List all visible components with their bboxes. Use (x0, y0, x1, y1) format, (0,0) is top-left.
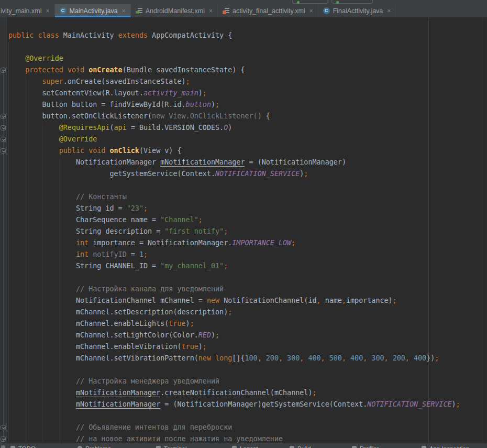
close-tab-icon[interactable]: × (387, 7, 391, 15)
editor-gutter[interactable] (0, 17, 7, 443)
tab-androidmanifest-xml[interactable]: MFAndroidManifest.xml× (131, 4, 218, 17)
code-line: public class MainActivity extends AppCom… (0, 30, 487, 41)
code-line: NotificationChannel mChannel = new Notif… (0, 295, 487, 307)
tab-finalacttivity-java[interactable]: CFinalActtivity.java× (318, 4, 396, 17)
code-line: mChannel.enableVibration(true); (0, 341, 487, 353)
code-line: // Константы (0, 191, 487, 203)
close-tab-icon[interactable]: × (46, 7, 50, 15)
device-status-dot (297, 1, 300, 4)
manifest-icon: MF (136, 7, 142, 14)
code-line: protected void onCreate(Bundle savedInst… (0, 64, 487, 76)
problems-icon (78, 446, 82, 448)
code-line: // на новое активити после нажатия на ув… (0, 433, 487, 443)
code-line: button.setOnClickListener(new View.OnCli… (0, 111, 487, 122)
tab-label: MainActivity.java (70, 7, 118, 15)
code-line: int importance = NotificationManager.IMP… (0, 237, 487, 249)
tool-window-label: Profiler (360, 445, 379, 448)
code-line: @Override (0, 134, 487, 145)
tool-window-label: Build (297, 445, 311, 448)
code-text[interactable]: public class MainActivity extends AppCom… (0, 30, 487, 443)
fold-toggle-icon[interactable] (1, 125, 6, 130)
tool-window-label: TODO (18, 445, 36, 448)
fold-toggle-icon[interactable] (1, 148, 6, 154)
tool-window-label: App Inspection (429, 445, 469, 448)
profiler-icon (352, 446, 357, 448)
code-line (0, 364, 487, 376)
tool-window-button-logcat[interactable]: Logcat (232, 445, 258, 448)
tab-mainactivity-java[interactable]: CMainActivity.java× (55, 4, 131, 17)
run-configuration-selector[interactable] (292, 0, 328, 4)
code-line: getSystemService(Context.NOTIFICATION_SE… (0, 168, 487, 180)
code-line (0, 410, 487, 422)
code-line: setContentView(R.layout.activity_main); (0, 88, 487, 99)
code-line: mChannel.enableLights(true); (0, 318, 487, 330)
code-line: // Настройка менеджера уведомлений (0, 376, 487, 387)
layout-xml-icon (223, 7, 229, 14)
code-line (0, 272, 487, 283)
code-line: Button button = findViewById(R.id.button… (0, 99, 487, 111)
tab-label: FinalActtivity.java (333, 7, 383, 15)
close-tab-icon[interactable]: × (122, 7, 126, 15)
main-toolbar-partial (0, 0, 487, 4)
code-line: @Override (0, 53, 487, 64)
code-line: mNotificationManager = (NotificationMana… (0, 399, 487, 410)
tool-window-label: Logcat (240, 445, 258, 448)
tool-window-button-terminal[interactable]: Terminal (156, 445, 186, 448)
fold-toggle-icon[interactable] (1, 436, 6, 442)
code-line: // Настройка канала для уведомлений (0, 283, 487, 295)
tool-window-label: Terminal (164, 445, 186, 448)
java-class-icon: C (323, 7, 330, 14)
code-line (0, 41, 487, 53)
fold-toggle-icon[interactable] (1, 114, 6, 119)
code-line: mNotificationManager.createNotificationC… (0, 387, 487, 399)
code-line: CharSequence name = "Channel"; (0, 214, 487, 226)
close-tab-icon[interactable]: × (209, 7, 213, 15)
code-line: @RequiresApi(api = Build.VERSION_CODES.O… (0, 122, 487, 134)
code-line: super.onCreate(savedInstanceState); (0, 76, 487, 88)
fold-toggle-icon[interactable] (1, 137, 6, 142)
code-line: String CHANNEL_ID = "my_channel_01"; (0, 260, 487, 272)
tab-activity-final-acttivity-xml[interactable]: activity_final_acttivity.xml× (218, 4, 318, 17)
fold-toggle-icon[interactable] (1, 425, 6, 430)
code-line: mChannel.setVibrationPattern(new long[]{… (0, 353, 487, 364)
device-status-dot (336, 1, 339, 4)
code-editor[interactable]: public class MainActivity extends AppCom… (0, 17, 487, 443)
code-line: String id = "23"; (0, 203, 487, 214)
tab-ivity-main-xml[interactable]: ivity_main.xml× (0, 4, 55, 17)
code-line: String description = "first notify"; (0, 226, 487, 237)
close-tab-icon[interactable]: × (309, 7, 313, 15)
code-line: mChannel.setDescription(description); (0, 307, 487, 318)
code-line: int notifyID = 1; (0, 249, 487, 260)
tool-window-stripe-icon[interactable] (1, 445, 5, 448)
terminal-icon (156, 446, 161, 448)
code-line: mChannel.setLightColor(Color.RED); (0, 330, 487, 341)
logcat-icon (232, 446, 237, 448)
code-line: NotificationManager mNotificationManager… (0, 157, 487, 168)
tool-window-button-todo[interactable]: TODO (10, 445, 36, 448)
java-class-icon: C (60, 7, 67, 14)
code-line: public void onClick(View v) { (0, 145, 487, 157)
tab-label: activity_final_acttivity.xml (233, 7, 305, 15)
tool-window-button-profiler[interactable]: Profiler (352, 445, 379, 448)
code-line: // Обьявление интентов для переброски (0, 422, 487, 433)
tab-label: ivity_main.xml (1, 7, 42, 15)
todo-icon (10, 446, 15, 448)
code-line (0, 180, 487, 191)
tool-window-button-problems[interactable]: Problems (78, 445, 111, 448)
build-icon (290, 446, 294, 448)
tab-label: AndroidManifest.xml (146, 7, 205, 15)
device-selector[interactable] (331, 0, 373, 4)
tool-window-bar: TODOProblemsTerminalLogcatBuildProfilerA… (0, 443, 487, 448)
editor-tab-bar: ivity_main.xml×CMainActivity.java×MFAndr… (0, 4, 487, 17)
tool-window-button-build[interactable]: Build (290, 445, 311, 448)
fold-toggle-icon[interactable] (1, 68, 6, 73)
tool-window-button-app-inspection[interactable]: App Inspection (422, 445, 469, 448)
android-studio-window: ivity_main.xml×CMainActivity.java×MFAndr… (0, 0, 487, 448)
app-inspection-icon (422, 446, 426, 448)
tool-window-label: Problems (85, 445, 111, 448)
